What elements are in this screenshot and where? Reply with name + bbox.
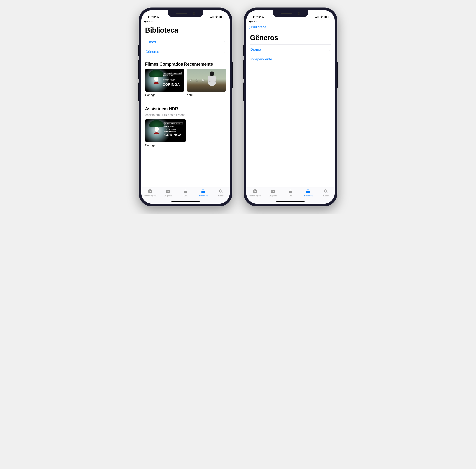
chevron-right-icon: › [329, 47, 331, 51]
tab-loja[interactable]: Loja [282, 189, 299, 197]
tab-originals[interactable]: tv+ Originals [264, 189, 282, 197]
phone-left: 15:12 ➤ ◀ Busca Biblioteca Filmes › [139, 7, 232, 206]
movie-title: Yonlu [187, 93, 226, 97]
section-subtitle: Assista em HDR neste iPhone. [145, 113, 226, 117]
row-label: Gêneros [145, 50, 159, 54]
tab-label: Loja [289, 195, 293, 197]
movie-card-coringa[interactable]: 11 INDICAÇÕES AO OSCAR MELHOR FILME JOAQ… [145, 69, 184, 97]
tab-biblioteca[interactable]: Biblioteca [299, 189, 317, 197]
tab-label: Originals [269, 195, 277, 197]
tab-label: Buscar [218, 195, 224, 197]
nav-back-label: Biblioteca [251, 25, 266, 29]
battery-icon [324, 15, 330, 19]
row-label: Drama [250, 48, 261, 51]
section-recent: Filmes Comprados Recentemente 11 INDICAÇ… [145, 62, 226, 97]
phone-right: 15:12 ➤ ◀ Busca ‹ Biblioteca [244, 7, 337, 206]
section-hdr: Assistir em HDR Assista em HDR neste iPh… [145, 106, 226, 147]
battery-icon [219, 15, 224, 19]
cellular-icon [210, 16, 214, 18]
movie-poster: 11 INDICAÇÕES AO OSCAR MELHOR FILME JOAQ… [145, 69, 184, 92]
tab-label: Buscar [323, 195, 329, 197]
svg-text:tv+: tv+ [167, 191, 169, 192]
tab-label: Originals [164, 195, 172, 197]
chevron-right-icon: › [224, 40, 226, 44]
nav-back-button[interactable]: ‹ Biblioteca [249, 25, 266, 30]
section-heading: Filmes Comprados Recentemente [145, 62, 226, 67]
movie-title: Coringa [145, 93, 184, 97]
breadcrumb-label: Busca [146, 20, 153, 23]
tab-assistir-agora[interactable]: Assistir Agora [246, 189, 264, 197]
tab-originals[interactable]: tv+ Originals [159, 189, 176, 197]
section-heading: Assistir em HDR [145, 106, 226, 111]
tab-label: Assistir Agora [144, 195, 157, 197]
tab-buscar[interactable]: Buscar [317, 189, 335, 197]
row-drama[interactable]: Drama › [250, 44, 331, 54]
chevron-left-icon: ◀ [144, 20, 146, 23]
tab-label: Biblioteca [304, 195, 313, 197]
chevron-left-icon: ‹ [249, 25, 250, 30]
location-icon: ➤ [157, 16, 159, 19]
page-title: Gêneros [250, 34, 331, 42]
chevron-left-icon: ◀ [249, 20, 251, 23]
breadcrumb-back[interactable]: ◀ Busca [141, 19, 230, 23]
svg-line-10 [222, 192, 223, 193]
status-time: 15:12 [148, 15, 156, 19]
page-title: Biblioteca [145, 26, 226, 34]
svg-rect-19 [307, 189, 309, 190]
tab-assistir-agora[interactable]: Assistir Agora [141, 189, 159, 197]
chevron-right-icon: › [224, 50, 226, 54]
status-time: 15:12 [253, 15, 261, 19]
home-indicator[interactable] [276, 201, 304, 202]
tab-label: Assistir Agora [249, 195, 261, 197]
home-indicator[interactable] [172, 201, 200, 202]
location-icon: ➤ [262, 16, 264, 19]
tab-loja[interactable]: Loja [177, 189, 194, 197]
wifi-icon [320, 15, 323, 19]
movie-card-yonlu[interactable]: Y O N L U Yonlu [187, 69, 226, 97]
movie-poster: Y O N L U [187, 69, 226, 92]
movie-card-coringa-hdr[interactable]: 11 INDICAÇÕES AO OSCAR MELHOR FILME JOAQ… [145, 119, 186, 147]
movie-title: Coringa [145, 144, 186, 147]
cellular-icon [315, 16, 318, 18]
svg-rect-13 [329, 17, 329, 17]
svg-text:tv+: tv+ [271, 191, 274, 192]
row-generos[interactable]: Gêneros › [145, 47, 226, 56]
breadcrumb-label: Busca [251, 20, 258, 23]
divider [145, 101, 226, 101]
row-label: Independente [250, 57, 272, 61]
notch [273, 10, 308, 17]
chevron-right-icon: › [329, 57, 331, 61]
tab-biblioteca[interactable]: Biblioteca [194, 189, 212, 197]
svg-rect-12 [325, 16, 327, 18]
svg-rect-6 [202, 191, 205, 193]
tab-label: Biblioteca [199, 195, 208, 197]
svg-rect-17 [306, 191, 310, 193]
svg-rect-1 [220, 16, 222, 18]
movie-poster: 11 INDICAÇÕES AO OSCAR MELHOR FILME JOAQ… [145, 119, 186, 142]
tab-label: Loja [184, 195, 188, 197]
tab-buscar[interactable]: Buscar [212, 189, 230, 197]
notch [168, 10, 203, 17]
breadcrumb-back[interactable]: ◀ Busca [246, 19, 335, 23]
svg-rect-18 [307, 190, 309, 190]
row-label: Filmes [145, 40, 156, 44]
row-filmes[interactable]: Filmes › [145, 37, 226, 47]
svg-line-21 [326, 192, 328, 193]
svg-rect-7 [202, 190, 205, 190]
wifi-icon [215, 15, 218, 19]
svg-rect-2 [224, 17, 224, 17]
row-independente[interactable]: Independente › [250, 54, 331, 64]
svg-rect-8 [202, 189, 204, 190]
